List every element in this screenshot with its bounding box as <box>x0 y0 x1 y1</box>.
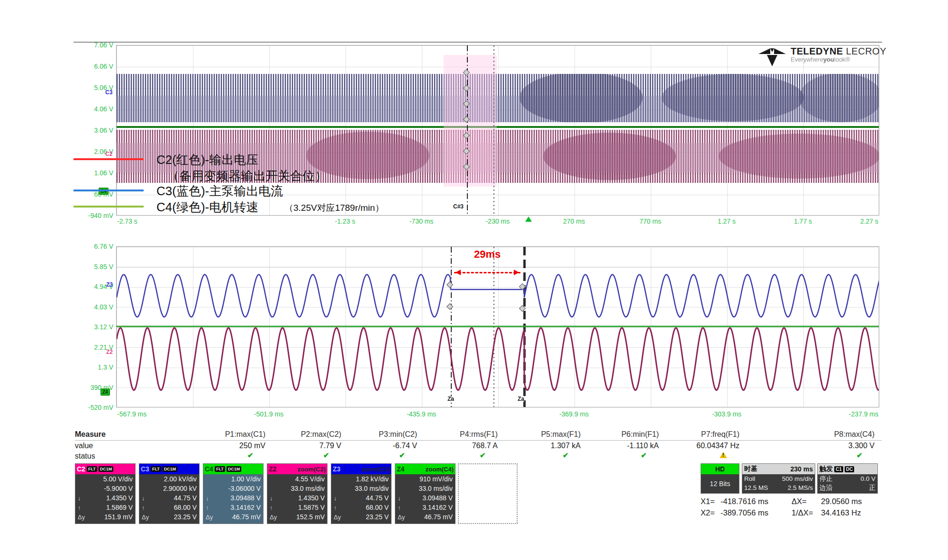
descriptor-row: Δy23.25 V <box>331 512 391 522</box>
descriptor-row-glyph: ↑ <box>142 504 145 511</box>
descriptor-row-glyph: Δy <box>398 514 405 521</box>
x-tick: 1.27 s <box>718 217 736 225</box>
legend-c4-note: （3.25V对应1789r/min） <box>284 202 384 214</box>
measure-title: Measure <box>75 430 106 439</box>
descriptor-row-value: 46.75 mV <box>232 513 261 521</box>
zoom-cursor-x1-flag[interactable]: Za <box>447 396 454 402</box>
descriptor-box-z4[interactable]: Z4zoom(C4)910 mV/div33.0 ms/div↓3.09488 … <box>395 463 456 524</box>
descriptor-box-c4[interactable]: C4FLTDC1M1.00 V/div-3.06000 V↓3.09488 V↑… <box>203 463 264 524</box>
descriptor-box-z2[interactable]: Z2zoom(C2)4.55 V/div33.0 ms/div↓1.4350 V… <box>267 463 328 524</box>
descriptor-chip: FLT <box>215 466 225 472</box>
descriptor-row-glyph: ↑ <box>398 504 401 511</box>
descriptor-row-value: 68.00 V <box>366 504 389 511</box>
descriptor-row: 2.00 kV/div <box>139 474 199 484</box>
descriptor-row-glyph: ↓ <box>334 495 337 502</box>
x-tick: 1.77 s <box>794 217 812 225</box>
descriptor-row: ↑68.00 V <box>139 503 199 512</box>
descriptor-zoom-label: zoom(C2) <box>298 466 326 473</box>
descriptor-row-glyph: ↓ <box>142 495 145 502</box>
descriptor-row-value: 5.00 V/div <box>103 475 133 483</box>
legend-c3-line <box>73 190 144 191</box>
measure-header: P7:freq(F1) <box>701 430 739 439</box>
zoom-y-axis: 6.76 V5.85 V4.94 V4.03 V3.12 V2.21 V1.3 … <box>71 246 115 407</box>
descriptor-row: -5.9000 V <box>75 484 135 493</box>
descriptor-row-value: 44.75 V <box>174 494 197 502</box>
empty-descriptor-slot[interactable] <box>458 463 518 524</box>
teledyne-lecroy-logo: TELEDYNE LECROY Everywhereyoulook® <box>757 46 886 68</box>
descriptor-row: ↑68.00 V <box>331 503 391 512</box>
delta-time-arrow <box>454 272 520 273</box>
legend-c3-label: C3(蓝色)-主泵输出电流 <box>156 183 283 199</box>
c2-offset-tag: C2 <box>105 151 112 157</box>
trigger-delay-marker-icon[interactable] <box>525 217 532 222</box>
descriptor-header: Z4zoom(C4) <box>395 464 455 474</box>
descriptor-row-value: 46.75 mV <box>424 513 453 521</box>
descriptor-row: Δy152.5 mV <box>267 512 327 522</box>
descriptor-row-value: 3.14162 V <box>230 504 261 511</box>
descriptor-header: C4FLTDC1M <box>203 464 263 474</box>
descriptor-box-z3[interactable]: Z3zoom(C3)1.82 kV/div33.0 ms/div↓44.75 V… <box>331 463 392 524</box>
measure-header: P2:max(C2) <box>301 430 341 439</box>
descriptor-row: -3.06000 V <box>203 484 263 493</box>
measure-separator <box>75 440 882 441</box>
z2-trace <box>117 328 879 390</box>
legend-c4-line <box>73 206 144 208</box>
zoom-region-highlight[interactable] <box>444 55 497 187</box>
x-tick: -369.9 ms <box>559 410 589 418</box>
descriptor-box-c2[interactable]: C2FLTDC1M5.00 V/div-5.9000 V↓1.4350 V↑1.… <box>75 463 136 524</box>
descriptor-row-value: 3.09488 V <box>422 494 453 502</box>
zoom-plot-grid <box>116 246 879 407</box>
descriptor-row-value: 1.4350 V <box>298 494 325 502</box>
y-tick: 1.3 V <box>98 363 113 371</box>
trigger-slope: 正 <box>869 484 876 492</box>
trigger-box[interactable]: 触发 C1 DC 停止0.0 V 边沿正 <box>817 463 878 494</box>
hd-mode-box[interactable]: HD 12 Bits <box>701 463 739 494</box>
delta-time-annotation: 29ms <box>474 248 501 261</box>
z2-offset-tag: Z2 <box>106 349 113 355</box>
descriptor-chip: FLT <box>151 466 161 472</box>
timebase-samples: 12.5 MS <box>744 484 768 491</box>
descriptor-chip: FLT <box>87 466 97 472</box>
x2-label: X2= <box>701 508 720 517</box>
z4-offset-badge: Z4 <box>100 388 110 396</box>
hd-bits: 12 Bits <box>701 474 739 493</box>
descriptor-row: ↑1.5869 V <box>75 503 135 512</box>
descriptor-id: C3 <box>141 465 149 473</box>
descriptor-row-value: -5.9000 V <box>104 485 133 492</box>
descriptor-zoom-label: zoom(C3) <box>362 466 390 473</box>
measure-table: Measure value status P1:max(C1)P2:max(C2… <box>75 430 882 461</box>
legend-c2-label: C2(红色)-输出电压 <box>156 152 258 168</box>
measure-value: 250 mV <box>239 442 265 450</box>
zoom-cursor-x2-flag[interactable]: Za <box>518 396 524 402</box>
descriptor-row-glyph: ↓ <box>398 495 401 502</box>
tagline-post: look® <box>834 56 850 63</box>
descriptor-row-value: 23.25 V <box>366 513 389 521</box>
measure-value: 3.300 V <box>848 442 875 450</box>
x-tick: 770 ms <box>639 217 661 225</box>
x-tick: -501.9 ms <box>254 410 283 418</box>
timebase-box[interactable]: 时基230 ms Roll500 ms/div 12.5 MS2.5 MS/s <box>742 463 815 494</box>
descriptor-row-glyph: Δy <box>334 514 341 521</box>
descriptor-box-c3[interactable]: C3FLTDC1M2.00 kV/div2.90000 kV↓44.75 V↑6… <box>139 463 200 524</box>
trigger-state: 停止 <box>820 475 832 483</box>
status-ok-icon: ✔ <box>480 451 486 460</box>
y-tick: -520 mV <box>88 404 113 411</box>
descriptor-row-value: 151.9 mV <box>104 513 133 521</box>
descriptor-row-glyph: Δy <box>142 514 149 521</box>
timebase-mode: Roll <box>744 475 755 482</box>
descriptor-row-glyph: ↓ <box>206 495 209 502</box>
measure-row-status: status <box>75 452 95 461</box>
y-tick: 6.76 V <box>94 243 113 250</box>
descriptor-row: ↑3.14162 V <box>395 503 455 512</box>
descriptor-chip: DC1M <box>227 466 242 472</box>
descriptor-id: C4 <box>205 465 213 473</box>
z3-offset-tag: Z3 <box>106 281 113 288</box>
main-cursor-flag[interactable]: C#3 <box>453 204 464 209</box>
trigger-title: 触发 <box>820 465 833 473</box>
y-tick: 6.06 V <box>94 63 113 70</box>
descriptor-id: C2 <box>77 465 85 473</box>
trigger-level: 0.0 V <box>860 475 875 482</box>
y-tick: 3.12 V <box>94 323 113 331</box>
descriptor-row-value: 152.5 mV <box>296 513 325 521</box>
legend-c2-sublabel: （备用变频器输出开关合位） <box>167 168 327 184</box>
